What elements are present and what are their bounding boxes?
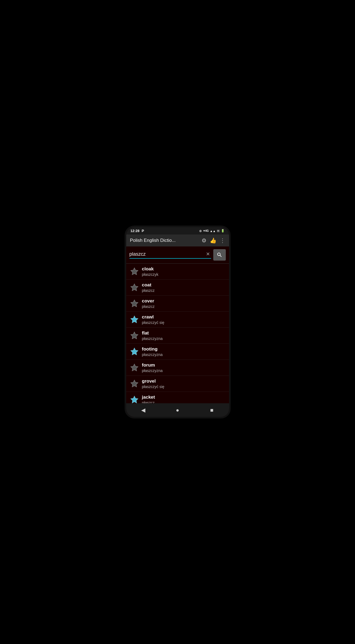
list-item[interactable]: forum płaszczyzna	[126, 360, 229, 376]
list-item[interactable]: coat płaszcz	[126, 280, 229, 296]
star-outline-icon[interactable]	[130, 379, 139, 388]
search-input[interactable]	[129, 251, 205, 257]
result-english: flat	[142, 330, 163, 336]
result-english: crawl	[142, 314, 164, 320]
star-outline-icon[interactable]	[130, 363, 139, 372]
wifi-icon: ⊕	[199, 229, 202, 233]
app-bar: Polish English Dictio... ⚙ 👍 ⋮	[126, 235, 229, 246]
result-polish: płaszczyzna	[142, 336, 163, 341]
status-time: 12:28	[131, 229, 140, 233]
bottom-nav: ◀ ● ■	[126, 403, 229, 417]
status-bar: 12:28 P ⊕ ✦4G ▲▲ R 🔋	[126, 227, 229, 235]
result-polish: płaszczyk	[142, 272, 159, 277]
battery-icon: 🔋	[221, 229, 225, 233]
result-polish: płaszcz	[142, 288, 155, 293]
star-outline-icon[interactable]	[130, 267, 139, 276]
p-icon: P	[142, 229, 144, 233]
result-text: crawl płaszczyć się	[142, 314, 164, 325]
list-item[interactable]: footing płaszczyzna	[126, 344, 229, 360]
star-filled-icon[interactable]	[130, 395, 139, 403]
search-bar: ✕	[126, 246, 229, 264]
list-item[interactable]: grovel płaszczyć się	[126, 376, 229, 392]
star-filled-icon[interactable]	[130, 347, 139, 356]
status-right: ⊕ ✦4G ▲▲ R 🔋	[199, 229, 225, 233]
result-english: grovel	[142, 379, 164, 384]
list-item[interactable]: cover płaszcz	[126, 296, 229, 312]
status-left: 12:28 P	[131, 229, 144, 233]
result-polish: płaszczyzna	[142, 352, 163, 357]
star-outline-icon[interactable]	[130, 283, 139, 292]
result-polish: płaszcz	[142, 304, 155, 309]
results-list: cloak płaszczyk coat płaszcz cover płasz…	[126, 264, 229, 403]
result-english: cloak	[142, 266, 159, 272]
list-item[interactable]: crawl płaszczyć się	[126, 312, 229, 328]
result-text: forum płaszczyzna	[142, 362, 163, 373]
result-english: jacket	[142, 395, 155, 400]
result-text: cloak płaszczyk	[142, 266, 159, 277]
result-polish: płaszcz	[142, 401, 155, 403]
star-filled-icon[interactable]	[130, 315, 139, 324]
result-english: footing	[142, 346, 163, 352]
result-polish: płaszczyć się	[142, 384, 164, 389]
search-icon	[217, 252, 223, 258]
result-text: grovel płaszczyć się	[142, 379, 164, 389]
clear-button[interactable]: ✕	[205, 251, 211, 257]
list-item[interactable]: cloak płaszczyk	[126, 264, 229, 280]
result-text: jacket płaszcz	[142, 395, 155, 403]
list-item[interactable]: flat płaszczyzna	[126, 328, 229, 344]
star-outline-icon[interactable]	[130, 299, 139, 308]
signal-4g: ✦4G	[203, 229, 209, 232]
r-badge: R	[217, 230, 220, 232]
settings-icon[interactable]: ⚙	[202, 237, 206, 244]
app-title: Polish English Dictio...	[130, 238, 198, 243]
back-button[interactable]: ◀	[138, 406, 149, 414]
signal-bars: ▲▲	[210, 229, 216, 233]
result-text: coat płaszcz	[142, 282, 155, 293]
recent-apps-button[interactable]: ■	[206, 406, 217, 414]
result-english: cover	[142, 298, 155, 304]
phone-frame: 12:28 P ⊕ ✦4G ▲▲ R 🔋 Polish English Dict…	[125, 226, 231, 418]
search-button[interactable]	[213, 249, 226, 261]
result-text: flat płaszczyzna	[142, 330, 163, 341]
result-text: footing płaszczyzna	[142, 346, 163, 357]
result-english: forum	[142, 362, 163, 368]
search-input-wrapper: ✕	[129, 251, 211, 259]
home-button[interactable]: ●	[172, 406, 183, 414]
more-options-icon[interactable]: ⋮	[220, 237, 225, 244]
thumbsup-icon[interactable]: 👍	[210, 237, 217, 244]
result-english: coat	[142, 282, 155, 288]
result-polish: płaszczyzna	[142, 368, 163, 373]
list-item[interactable]: jacket płaszcz	[126, 392, 229, 403]
result-text: cover płaszcz	[142, 298, 155, 309]
star-outline-icon[interactable]	[130, 331, 139, 340]
result-polish: płaszczyć się	[142, 320, 164, 325]
